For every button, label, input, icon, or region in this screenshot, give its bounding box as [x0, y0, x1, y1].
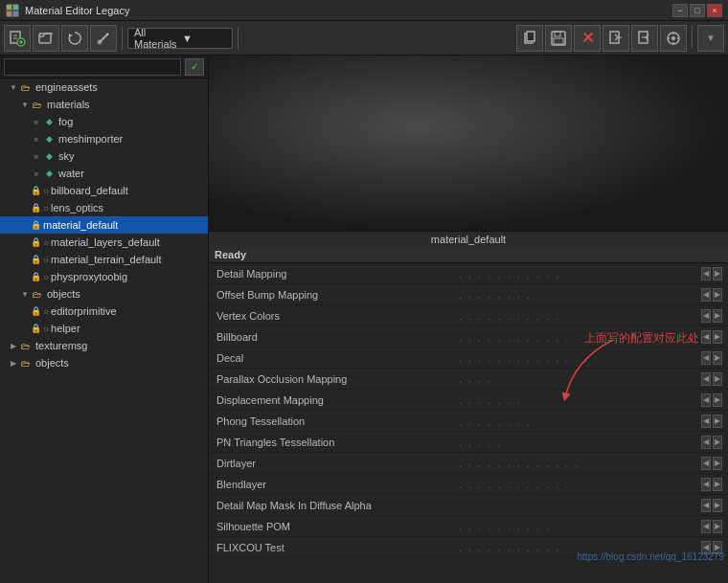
toggle-btn[interactable]: ▶	[713, 436, 722, 449]
search-ok-button[interactable]: ✓	[185, 58, 204, 76]
search-input[interactable]	[4, 58, 181, 76]
more-button[interactable]: ▼	[697, 25, 724, 52]
prop-dots: . . . . . . . . . . .	[459, 310, 701, 322]
tree-item-engineassets[interactable]: ▼ 🗁 engineassets	[0, 78, 208, 96]
prop-row-phong[interactable]: Phong Tessellation . . . . . . . . ◀ ▶	[209, 411, 728, 432]
svg-line-12	[99, 35, 106, 43]
prop-toggle: ◀ ▶	[701, 393, 722, 407]
tree-item-billboard-default[interactable]: 🔒 ○ billboard_default	[0, 182, 208, 199]
prop-row-offset-bump[interactable]: Offset Bump Mapping . . . . . . . . ◀ ▶	[209, 284, 728, 305]
options-button[interactable]	[660, 25, 687, 52]
tree-container[interactable]: ▼ 🗁 engineassets ▼ 🗁 materials ■ ◆ fog	[0, 78, 208, 583]
reload-button[interactable]	[61, 25, 88, 52]
prop-row-detail-mapping[interactable]: Detail Mapping . . . . . . . . . . . ◀ ▶	[209, 263, 728, 284]
tree-item-helper[interactable]: 🔒 ○ helper	[0, 320, 208, 337]
circle-icon: ○	[43, 272, 49, 282]
toggle-btn[interactable]: ▶	[713, 351, 722, 365]
close-button[interactable]: ×	[707, 4, 722, 17]
toggle-btn[interactable]: ▶	[713, 393, 722, 407]
prop-label: PN Triangles Tessellation	[216, 437, 459, 448]
tree-item-material-layers-default[interactable]: 🔒 ○ material_layers_default	[0, 234, 208, 251]
toggle-btn[interactable]: ◀	[701, 457, 711, 470]
prop-row-displacement[interactable]: Displacement Mapping . . . . . . . ◀ ▶	[209, 390, 728, 411]
toggle-btn[interactable]: ▶	[713, 330, 722, 344]
file-icon: ◆	[42, 132, 56, 146]
open-material-button[interactable]	[33, 25, 59, 52]
toggle-btn[interactable]: ◀	[701, 267, 711, 280]
toggle-btn[interactable]: ◀	[701, 520, 711, 533]
tree-item-lens-optics[interactable]: 🔒 ○ lens_optics	[0, 199, 208, 216]
tree-item-meshimporter[interactable]: ■ ◆ meshimporter	[0, 130, 208, 147]
prop-row-silhouette-pom[interactable]: Silhouette POM . . . . . . . . . . ◀ ▶	[209, 516, 728, 537]
prop-label: Dirtlayer	[216, 458, 459, 469]
prop-row-pn-triangles[interactable]: PN Triangles Tessellation . . . . . ◀ ▶	[209, 432, 728, 453]
export-button[interactable]	[631, 25, 658, 52]
toggle-btn[interactable]: ▶	[713, 309, 722, 323]
toggle-btn[interactable]: ◀	[701, 393, 711, 407]
prop-row-detail-mask[interactable]: Detail Map Mask In Diffuse Alpha ◀ ▶	[209, 495, 728, 516]
tree-item-editorprimitive[interactable]: 🔒 ○ editorprimitive	[0, 303, 208, 320]
prop-label: Vertex Colors	[216, 310, 459, 322]
toggle-btn[interactable]: ◀	[701, 351, 711, 365]
svg-rect-1	[13, 5, 18, 10]
expander-objects-root[interactable]: ▶	[8, 357, 19, 369]
toggle-btn[interactable]: ▶	[713, 457, 722, 470]
prop-label: Blendlayer	[216, 479, 459, 490]
tree-item-objects-root[interactable]: ▶ 🗁 objects	[0, 354, 208, 371]
tree-item-material-terrain-default[interactable]: 🔒 ○ material_terrain_default	[0, 251, 208, 268]
prop-row-blendlayer[interactable]: Blendlayer . . . . . . . . . . . . ◀ ▶	[209, 474, 728, 495]
prop-toggle: ◀ ▶	[701, 499, 722, 512]
expander-materials[interactable]: ▼	[19, 99, 31, 110]
copy-button[interactable]	[516, 25, 543, 52]
expander-objects[interactable]: ▼	[19, 288, 31, 300]
toggle-btn[interactable]: ◀	[701, 330, 711, 344]
svg-rect-16	[527, 32, 535, 41]
prop-row-dirtlayer[interactable]: Dirtlayer . . . . . . . . . . . . . ◀ ▶	[209, 453, 728, 474]
save-button[interactable]	[545, 25, 572, 52]
toggle-btn[interactable]: ◀	[701, 436, 711, 449]
toggle-btn[interactable]: ◀	[701, 288, 711, 302]
tree-item-fog[interactable]: ■ ◆ fog	[0, 113, 208, 130]
prop-row-vertex-colors[interactable]: Vertex Colors . . . . . . . . . . . ◀ ▶	[209, 305, 728, 326]
pick-button[interactable]	[90, 25, 117, 52]
toggle-btn[interactable]: ▶	[713, 499, 722, 512]
toggle-btn[interactable]: ◀	[701, 478, 711, 491]
prop-row-decal[interactable]: Decal . . . . . . . . . . . . . . ◀ ▶	[209, 348, 728, 369]
toggle-btn[interactable]: ◀	[701, 415, 711, 428]
expander-engineassets[interactable]: ▼	[8, 81, 19, 93]
toolbar-right: ✕ ▼	[516, 25, 724, 52]
prop-row-parallax[interactable]: Parallax Occlusion Mapping . . . . ◀ ▶	[209, 369, 728, 390]
properties-scroll[interactable]: 上面写的配置对应此处 Detail Mapping . . . . . . . …	[209, 263, 728, 583]
tree-item-objects[interactable]: ▼ 🗁 objects	[0, 285, 208, 303]
prop-toggle: ◀ ▶	[701, 372, 722, 386]
toggle-btn[interactable]: ▶	[713, 288, 722, 302]
delete-button[interactable]: ✕	[574, 25, 601, 52]
right-panel: material_default Ready 上面写的配置对应此处	[209, 56, 728, 583]
tree-item-material-default[interactable]: 🔒 material_default	[0, 216, 208, 234]
search-bar: ✓	[0, 56, 208, 78]
new-material-button[interactable]	[4, 25, 31, 52]
toggle-btn[interactable]: ◀	[701, 372, 711, 386]
prop-label: Offset Bump Mapping	[216, 289, 459, 301]
minimize-button[interactable]: −	[672, 4, 688, 17]
import-button[interactable]	[603, 25, 629, 52]
lock-icon: 🔒	[31, 220, 41, 230]
tree-item-materials[interactable]: ▼ 🗁 materials	[0, 96, 208, 113]
toggle-btn[interactable]: ▶	[713, 267, 722, 280]
tree-item-sky[interactable]: ■ ◆ sky	[0, 147, 208, 165]
tree-label: fog	[58, 116, 73, 127]
tree-item-water[interactable]: ■ ◆ water	[0, 165, 208, 182]
toggle-btn[interactable]: ◀	[701, 309, 711, 323]
tree-item-physproxytoobig[interactable]: 🔒 ○ physproxytoobig	[0, 268, 208, 285]
tree-item-texturemsg[interactable]: ▶ 🗁 texturemsg	[0, 337, 208, 354]
maximize-button[interactable]: □	[690, 4, 705, 17]
material-filter-dropdown[interactable]: All Materials ▼	[127, 28, 233, 49]
toggle-btn[interactable]: ▶	[713, 478, 722, 491]
toggle-btn[interactable]: ▶	[713, 415, 722, 428]
toggle-btn[interactable]: ▶	[713, 372, 722, 386]
prop-dots: . . . . . . . . . . . .	[459, 331, 701, 343]
toggle-btn[interactable]: ▶	[713, 520, 722, 533]
toggle-btn[interactable]: ◀	[701, 499, 711, 512]
prop-row-billboard[interactable]: Billboard . . . . . . . . . . . . ◀ ▶	[209, 326, 728, 348]
expander-texturemsg[interactable]: ▶	[8, 340, 19, 351]
